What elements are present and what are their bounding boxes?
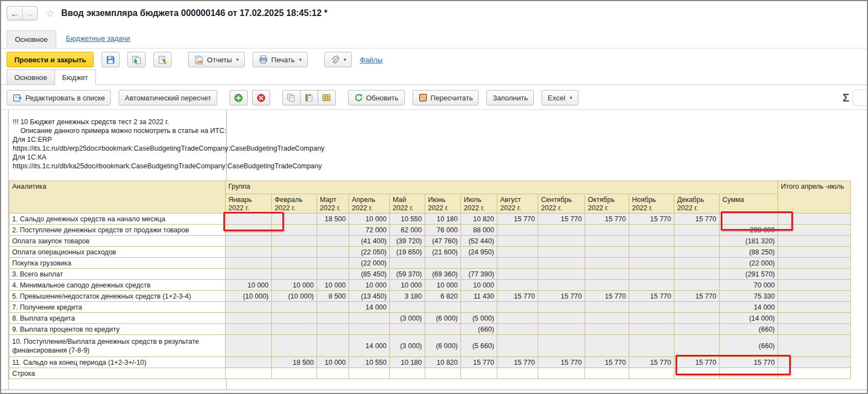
value-cell[interactable]: [226, 335, 272, 357]
value-cell[interactable]: 75 330: [720, 291, 778, 302]
value-cell[interactable]: [317, 302, 349, 313]
value-cell[interactable]: 18 500: [317, 214, 349, 225]
value-cell[interactable]: (6 000): [425, 335, 461, 357]
value-cell[interactable]: 10 000: [317, 357, 349, 368]
value-cell[interactable]: [226, 236, 272, 247]
value-cell[interactable]: [538, 225, 585, 236]
value-cell[interactable]: [461, 258, 497, 269]
value-cell[interactable]: [226, 357, 272, 368]
value-cell[interactable]: [585, 335, 629, 357]
value-cell[interactable]: [674, 236, 720, 247]
period-column-header[interactable]: Март 2022 г.: [317, 194, 349, 214]
value-cell[interactable]: (22 000): [349, 258, 390, 269]
value-cell[interactable]: [778, 236, 851, 247]
value-cell[interactable]: [390, 324, 425, 335]
analytics-column-header[interactable]: Аналитика: [9, 181, 226, 214]
value-cell[interactable]: 15 770: [629, 291, 674, 302]
value-cell[interactable]: [272, 313, 317, 324]
row-label-cell[interactable]: 11. Сальдо на конец периода (1+2-3+/-10): [9, 357, 226, 368]
value-cell[interactable]: [390, 302, 425, 313]
value-cell[interactable]: [226, 269, 272, 280]
value-cell[interactable]: 8 500: [317, 291, 349, 302]
value-cell[interactable]: (22 050): [349, 247, 390, 258]
value-cell[interactable]: [425, 302, 461, 313]
value-cell[interactable]: [585, 280, 629, 291]
value-cell[interactable]: 70 000: [720, 280, 778, 291]
value-cell[interactable]: 15 770: [497, 214, 538, 225]
value-cell[interactable]: [629, 302, 674, 313]
delete-row-button[interactable]: [252, 90, 270, 105]
value-cell[interactable]: [778, 247, 851, 258]
value-cell[interactable]: [778, 291, 851, 302]
value-cell[interactable]: (19 650): [390, 247, 425, 258]
value-cell[interactable]: [497, 324, 538, 335]
value-cell[interactable]: [585, 313, 629, 324]
value-cell[interactable]: (77 390): [461, 269, 497, 280]
value-cell[interactable]: [778, 313, 851, 324]
value-cell[interactable]: [317, 247, 349, 258]
value-cell[interactable]: [317, 258, 349, 269]
value-cell[interactable]: 14 000: [720, 302, 778, 313]
period-column-header[interactable]: Май 2022 г.: [390, 194, 425, 214]
period-column-header[interactable]: Июль 2022 г.: [461, 194, 497, 214]
value-cell[interactable]: [226, 258, 272, 269]
value-cell[interactable]: [585, 302, 629, 313]
value-cell[interactable]: [497, 335, 538, 357]
value-cell[interactable]: [497, 313, 538, 324]
value-cell[interactable]: [538, 313, 585, 324]
value-cell[interactable]: [778, 302, 851, 313]
period-column-header[interactable]: Сумма: [720, 194, 778, 214]
value-cell[interactable]: (5 660): [461, 335, 497, 357]
value-cell[interactable]: 15 770: [629, 357, 674, 368]
value-cell[interactable]: 10 000: [272, 280, 317, 291]
value-cell[interactable]: (660): [720, 335, 778, 357]
value-cell[interactable]: [390, 368, 425, 379]
value-cell[interactable]: (69 360): [425, 269, 461, 280]
copy-button[interactable]: [282, 90, 301, 105]
value-cell[interactable]: (24 950): [461, 247, 497, 258]
value-cell[interactable]: [317, 335, 349, 357]
value-cell[interactable]: [585, 324, 629, 335]
value-cell[interactable]: [538, 280, 585, 291]
value-cell[interactable]: [629, 269, 674, 280]
value-cell[interactable]: 11 430: [461, 291, 497, 302]
value-cell[interactable]: [629, 368, 674, 379]
value-cell[interactable]: [674, 225, 720, 236]
value-cell[interactable]: 15 770: [538, 214, 585, 225]
row-label-cell[interactable]: 5. Превышение/недостаток денежных средст…: [9, 291, 226, 302]
value-cell[interactable]: [317, 269, 349, 280]
value-cell[interactable]: 10 000: [349, 280, 390, 291]
auto-recalc-button[interactable]: Автоматический пересчет: [119, 90, 217, 105]
row-label-cell[interactable]: Оплата операционных расходов: [9, 247, 226, 258]
value-cell[interactable]: 15 770: [497, 291, 538, 302]
value-cell[interactable]: [674, 258, 720, 269]
value-cell[interactable]: 10 000: [226, 280, 272, 291]
value-cell[interactable]: 3 180: [390, 291, 425, 302]
value-cell[interactable]: [317, 236, 349, 247]
value-cell[interactable]: 15 770: [674, 214, 720, 225]
value-cell[interactable]: [585, 368, 629, 379]
value-cell[interactable]: [674, 269, 720, 280]
value-cell[interactable]: [272, 247, 317, 258]
value-cell[interactable]: [272, 269, 317, 280]
value-cell[interactable]: [461, 302, 497, 313]
value-cell[interactable]: 10 000: [461, 280, 497, 291]
group-header[interactable]: Группа: [226, 181, 778, 194]
paste-button[interactable]: [300, 90, 318, 105]
value-cell[interactable]: 10 820: [461, 214, 497, 225]
value-cell[interactable]: [538, 247, 585, 258]
value-cell[interactable]: (88 250): [720, 247, 778, 258]
value-cell[interactable]: 88 000: [461, 225, 497, 236]
value-cell[interactable]: [778, 258, 851, 269]
value-cell[interactable]: [272, 368, 317, 379]
value-cell[interactable]: [629, 258, 674, 269]
value-cell[interactable]: (291 570): [720, 269, 778, 280]
value-cell[interactable]: 10 550: [349, 357, 390, 368]
value-cell[interactable]: (13 450): [349, 291, 390, 302]
value-cell[interactable]: 10 180: [425, 214, 461, 225]
value-cell[interactable]: [674, 247, 720, 258]
value-cell[interactable]: [226, 247, 272, 258]
reports-button[interactable]: Отчеты ▾: [188, 52, 244, 67]
nav-link-budget-tasks[interactable]: Бюджетные задачи: [66, 34, 130, 42]
period-column-header[interactable]: Апрель 2022 г.: [349, 194, 390, 214]
